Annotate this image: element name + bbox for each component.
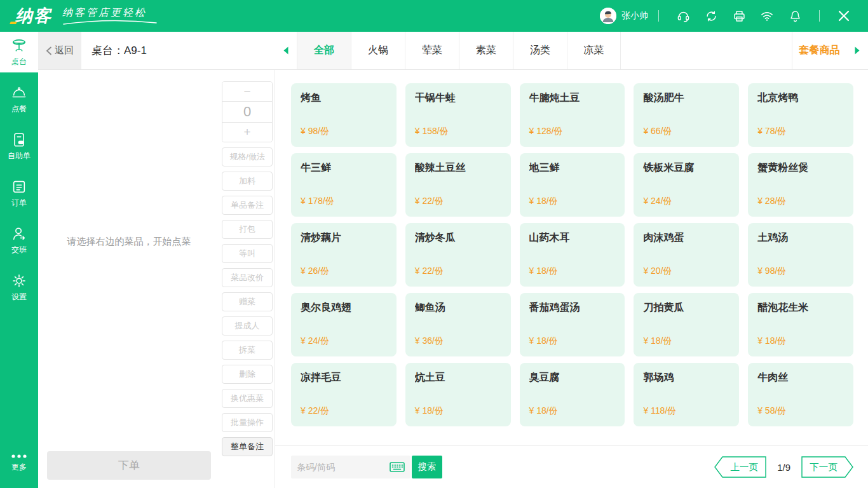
- dish-name: 铁板米豆腐: [643, 161, 729, 175]
- quantity-plus-button[interactable]: +: [222, 123, 272, 142]
- tabs-scroll-left-icon[interactable]: [275, 32, 297, 69]
- wifi-icon[interactable]: [760, 9, 774, 23]
- action-button[interactable]: 换优惠菜: [222, 389, 273, 408]
- dish-card[interactable]: 刀拍黄瓜 ¥ 18/份: [634, 293, 739, 356]
- barcode-search-input[interactable]: [297, 462, 390, 472]
- action-button[interactable]: 等叫: [222, 244, 273, 263]
- tabs-scroll-right-icon[interactable]: [846, 32, 868, 69]
- search-button[interactable]: 搜索: [412, 456, 442, 478]
- category-tab[interactable]: 汤类: [513, 32, 567, 69]
- brand-logo: 纳客: [10, 4, 52, 27]
- dish-card[interactable]: 奥尔良鸡翅 ¥ 24/份: [291, 293, 397, 356]
- category-tab[interactable]: 火锅: [351, 32, 405, 69]
- dish-price: ¥ 18/份: [529, 336, 616, 348]
- sidebar-item-tables[interactable]: 桌台: [0, 32, 38, 72]
- category-tab[interactable]: 凉菜: [567, 32, 621, 69]
- bell-icon[interactable]: [788, 9, 802, 23]
- action-button[interactable]: 单品备注: [222, 196, 273, 215]
- dish-card[interactable]: 臭豆腐 ¥ 18/份: [520, 363, 625, 426]
- dish-card[interactable]: 酸汤肥牛 ¥ 66/份: [634, 83, 739, 147]
- action-button[interactable]: 批量操作: [222, 413, 273, 432]
- dish-name: 凉拌毛豆: [301, 371, 387, 384]
- action-button[interactable]: 整单备注: [222, 437, 273, 456]
- dish-price: ¥ 22/份: [415, 196, 501, 208]
- dish-price: ¥ 18/份: [529, 196, 616, 208]
- dish-card[interactable]: 炕土豆 ¥ 18/份: [405, 363, 511, 426]
- shift-person-icon: [11, 226, 27, 242]
- menu-area: 烤鱼 ¥ 98/份 干锅牛蛙 ¥ 158/份 牛腩炖土豆 ¥ 128: [275, 70, 868, 488]
- dish-name: 清炒藕片: [301, 231, 387, 245]
- dish-card[interactable]: 山药木耳 ¥ 18/份: [520, 223, 625, 287]
- dish-card[interactable]: 牛肉丝 ¥ 58/份: [748, 363, 853, 426]
- dish-card[interactable]: 酸辣土豆丝 ¥ 22/份: [405, 153, 511, 217]
- dish-name: 烤鱼: [301, 92, 387, 105]
- page-indicator: 1/9: [777, 462, 790, 473]
- category-tab[interactable]: 素菜: [459, 32, 513, 69]
- dish-card[interactable]: 清炒藕片 ¥ 26/份: [291, 223, 397, 287]
- dish-price: ¥ 178/份: [301, 196, 387, 208]
- dish-name: 炕土豆: [415, 371, 501, 384]
- action-button[interactable]: 提成人: [222, 316, 273, 336]
- dish-card[interactable]: 番茄鸡蛋汤 ¥ 18/份: [520, 293, 625, 356]
- prev-page-button[interactable]: 上一页: [714, 456, 766, 478]
- dish-card[interactable]: 铁板米豆腐 ¥ 24/份: [634, 153, 739, 217]
- dish-name: 北京烤鸭: [757, 92, 844, 105]
- dish-card[interactable]: 北京烤鸭 ¥ 78/份: [748, 83, 853, 147]
- printer-icon[interactable]: [732, 9, 746, 23]
- dish-card[interactable]: 肉沫鸡蛋 ¥ 20/份: [634, 223, 739, 287]
- sync-icon[interactable]: [704, 9, 718, 23]
- pos-app: 纳客 纳客管店更轻松 张小帅: [0, 0, 868, 488]
- sidebar-item-settings[interactable]: 设置: [0, 267, 38, 308]
- close-icon[interactable]: [837, 9, 851, 23]
- next-page-button[interactable]: 下一页: [801, 456, 853, 478]
- category-tabs: 全部 火锅 荤菜 素菜: [297, 32, 621, 69]
- dish-card[interactable]: 凉拌毛豆 ¥ 22/份: [291, 363, 397, 426]
- action-button[interactable]: 规格/做法: [222, 147, 273, 166]
- dish-card[interactable]: 干锅牛蛙 ¥ 158/份: [405, 83, 511, 147]
- dish-price: ¥ 158/份: [415, 126, 501, 139]
- sidebar-item-order-food[interactable]: 点餐: [0, 79, 38, 119]
- dish-card[interactable]: 土鸡汤 ¥ 98/份: [748, 223, 853, 287]
- dish-card[interactable]: 烤鱼 ¥ 98/份: [291, 83, 397, 147]
- sidebar-item-orders[interactable]: 订单: [0, 173, 38, 214]
- combo-products-tab[interactable]: 套餐商品: [792, 32, 846, 69]
- sidebar-item-self-service[interactable]: 自助单: [0, 126, 38, 166]
- dish-card[interactable]: 鲫鱼汤 ¥ 36/份: [405, 293, 511, 356]
- divider: [658, 10, 659, 22]
- action-button[interactable]: 拆菜: [222, 341, 273, 360]
- keyboard-icon[interactable]: [390, 462, 405, 472]
- sidebar: 桌台 点餐 自助单 订单 交班 设置: [0, 32, 38, 488]
- avatar[interactable]: [600, 8, 616, 24]
- dish-name: 酸汤肥牛: [643, 92, 729, 105]
- dish-card[interactable]: 牛三鲜 ¥ 178/份: [291, 153, 397, 217]
- dish-price: ¥ 18/份: [415, 405, 501, 418]
- dish-card[interactable]: 牛腩炖土豆 ¥ 128/份: [520, 83, 625, 147]
- dish-card[interactable]: 地三鲜 ¥ 18/份: [520, 153, 625, 217]
- action-button[interactable]: 加料: [222, 172, 273, 191]
- dish-name: 臭豆腐: [529, 371, 616, 384]
- category-tab[interactable]: 全部: [297, 32, 351, 69]
- back-button[interactable]: 返回: [38, 32, 81, 69]
- subheader-left: 返回 桌台：A9-1: [38, 32, 275, 69]
- dish-card[interactable]: 蟹黄粉丝煲 ¥ 28/份: [748, 153, 853, 217]
- quantity-stepper: − 0 +: [222, 81, 273, 142]
- support-headset-icon[interactable]: [676, 9, 690, 23]
- dish-price: ¥ 78/份: [757, 126, 844, 139]
- dish-card[interactable]: 郭场鸡 ¥ 118/份: [634, 363, 739, 426]
- action-button[interactable]: 赠菜: [222, 292, 273, 311]
- category-tab-strip: 全部 火锅 荤菜 素菜: [275, 32, 868, 69]
- dish-price: ¥ 22/份: [301, 405, 387, 418]
- category-tab[interactable]: 荤菜: [405, 32, 459, 69]
- sidebar-item-more[interactable]: 更多: [0, 442, 38, 483]
- place-order-button[interactable]: 下单: [47, 451, 211, 480]
- sidebar-item-shift-change[interactable]: 交班: [0, 220, 38, 261]
- table-icon: [11, 37, 27, 54]
- dish-card[interactable]: 清炒冬瓜 ¥ 22/份: [405, 223, 511, 287]
- dish-card[interactable]: 醋泡花生米 ¥ 18/份: [748, 293, 853, 356]
- quantity-minus-button[interactable]: −: [222, 82, 272, 101]
- action-button[interactable]: 删除: [222, 365, 273, 384]
- tab-spacer: [621, 32, 792, 69]
- dish-name: 肉沫鸡蛋: [643, 231, 729, 245]
- action-button[interactable]: 打包: [222, 220, 273, 239]
- action-button[interactable]: 菜品改价: [222, 268, 273, 287]
